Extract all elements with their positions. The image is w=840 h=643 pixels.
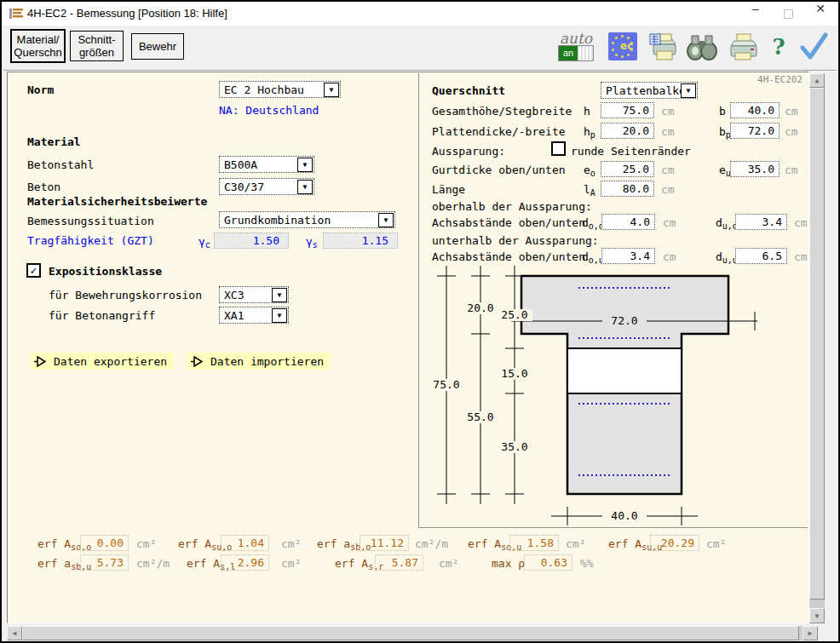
gamma-c-symbol: γc [198,235,210,248]
dim-40: 40.0 [611,509,637,522]
eu-field[interactable]: 35.0 [730,161,780,177]
hp-field[interactable]: 20.0 [601,123,654,139]
chevron-down-icon[interactable] [297,180,313,194]
duo-unit: cm [794,216,808,229]
expositionsklasse-checkbox[interactable]: ✓ [26,263,41,278]
b-symbol: b [719,105,726,118]
korrosion-select[interactable]: XC3 [219,286,289,303]
result-Asr-unit: cm² [439,557,458,570]
chevron-down-icon[interactable] [681,83,696,98]
result-asbu-unit: cm²/m [136,557,170,570]
auto-toggle[interactable]: auto an [557,30,595,64]
aussparung-label: Aussparung: [432,145,505,158]
scroll-right-button[interactable] [803,626,818,640]
tab-label: Material/ [12,33,64,46]
duu-symbol: du,u [716,250,738,263]
result-Asou-unit: cm² [566,537,585,550]
horizontal-scroll-thumb[interactable] [22,626,799,640]
print-button[interactable] [726,31,758,63]
lA-symbol: lA [584,183,595,196]
minimize-button[interactable]: – [741,2,770,26]
korrosion-label: für Bewehrungskorrosion [49,289,202,301]
bp-unit: cm [785,125,798,138]
lA-unit: cm [661,183,675,196]
close-button[interactable]: ✕ [806,2,835,26]
maximize-icon [784,9,793,19]
platte-label: Plattendicke/-breite [432,125,566,138]
situation-label: Bemessungssituation [27,215,154,227]
tab-schnittgroessen[interactable]: Schnitt- größen [70,31,124,61]
eu-symbol: eu [719,164,731,176]
b-field[interactable]: 40.0 [730,102,780,118]
result-maxrho-label: max ρ [492,557,525,570]
norm-value: EC 2 Hochbau [220,83,324,96]
confirm-button[interactable] [797,31,830,63]
chevron-down-icon[interactable] [272,288,287,302]
import-link[interactable]: Daten importieren [187,353,331,370]
maximize-button[interactable] [774,2,803,26]
runde-seitenraender-checkbox[interactable] [551,141,566,156]
betonstahl-value: B500A [220,158,297,171]
achs-o-label: Achsabstände oben/unten [432,216,585,229]
doo-unit: cm [663,216,676,229]
print-preview-icon [647,31,679,63]
vertical-scroll-thumb[interactable] [809,88,825,600]
export-label: Daten exportieren [54,355,167,368]
eo-field[interactable]: 25.0 [601,161,654,177]
betonstahl-label: Betonstahl [27,158,94,171]
tab-material-querschnitt[interactable]: Material/ Querschn [10,29,66,63]
import-label: Daten importieren [210,355,324,368]
tab-bewehrung[interactable]: Bewehr [131,33,184,60]
beton-select[interactable]: C30/37 [219,178,314,195]
export-link[interactable]: Daten exportieren [31,353,174,370]
scroll-down-button[interactable] [809,608,825,623]
result-Asl-field: 2.96 [221,554,269,571]
angriff-select[interactable]: XA1 [219,307,289,324]
result-Asuo-field: 1.04 [221,535,269,551]
chevron-down-icon[interactable] [378,213,394,227]
scroll-left-button[interactable] [7,626,22,640]
eu-flag-icon: ec [608,32,637,60]
beton-label: Beton [27,181,60,193]
auto-state: an [559,46,578,60]
result-Asou-field: 1.58 [509,535,559,551]
eo-symbol: eo [584,164,595,176]
dou-unit: cm [663,250,676,263]
bp-field[interactable]: 72.0 [730,123,780,139]
lA-field[interactable]: 80.0 [601,181,654,197]
print-preview-button[interactable] [647,31,679,63]
result-Asuu-field: 20.29 [650,535,699,551]
auto-label: auto [560,32,592,44]
situation-select[interactable]: Grundkombination [219,211,395,228]
chevron-down-icon[interactable] [324,83,339,97]
duo-field[interactable]: 3.4 [735,214,787,230]
result-maxrho-unit: %% [580,557,594,570]
help-button[interactable]: ? [768,31,789,63]
search-button[interactable] [685,31,719,63]
result-asbu-field: 5.73 [80,554,129,571]
betonstahl-select[interactable]: B500A [219,156,314,173]
angriff-value: XA1 [220,309,272,322]
chevron-down-icon[interactable] [272,308,287,323]
chevron-down-icon[interactable] [297,158,313,172]
querschnitt-select[interactable]: Plattenbalken [601,82,698,99]
title-bar: 4H-EC2 - Bemessung [Position 18: Hilfe] … [2,2,838,26]
doo-field[interactable]: 4.0 [601,214,655,230]
help-icon: ? [772,34,785,60]
norm-select[interactable]: EC 2 Hochbau [219,81,341,98]
tab-label: größen [71,46,123,59]
duu-unit: cm [794,250,808,263]
dou-symbol: do,u [582,250,604,263]
h-field[interactable]: 75.0 [601,102,654,118]
cross-section-diagram: 75.0 20.0 55.0 25.0 15.0 35.0 72.0 40.0 [423,262,790,530]
app-window: 4H-EC2 - Bemessung [Position 18: Hilfe] … [0,0,840,643]
result-Asoo-unit: cm² [136,537,156,550]
auto-switch: an [558,45,594,61]
eurocode-button[interactable]: ec [608,32,637,60]
oberhalb-label: oberhalb der Aussparung: [432,200,592,213]
dim-35: 35.0 [501,440,527,453]
norm-label: Norm [27,83,54,96]
result-Asuu-unit: cm² [706,537,726,550]
dim-25: 25.0 [501,308,527,321]
scroll-up-button[interactable] [809,73,825,88]
